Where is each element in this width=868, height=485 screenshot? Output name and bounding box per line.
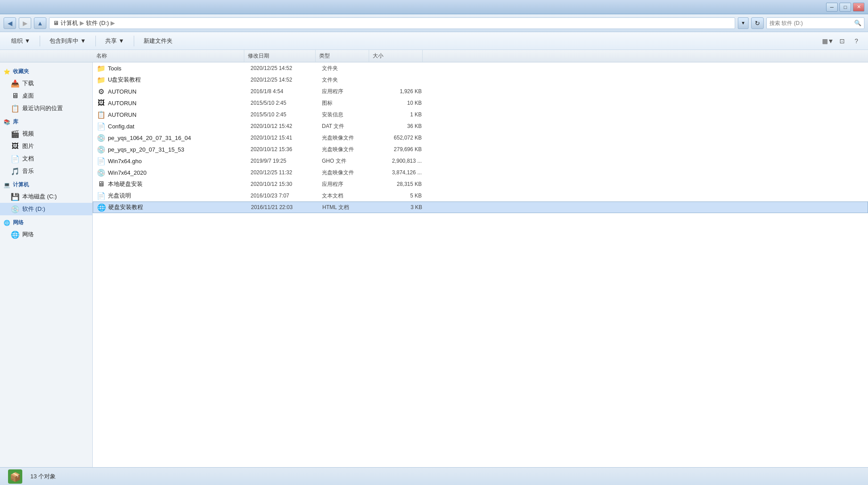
table-row[interactable]: 📄 Win7x64.gho 2019/9/7 19:25 GHO 文件 2,90…: [93, 155, 868, 167]
table-row[interactable]: 🖥 本地硬盘安装 2020/10/12 15:30 应用程序 28,315 KB: [93, 178, 868, 190]
close-button[interactable]: ✕: [853, 3, 864, 12]
sidebar-item-pictures[interactable]: 🖼 图片: [0, 140, 92, 152]
file-type-9: 光盘映像文件: [322, 169, 375, 177]
breadcrumb-computer[interactable]: 计算机: [61, 19, 78, 27]
help-button[interactable]: ?: [850, 35, 863, 47]
recent-label: 最近访问的位置: [22, 104, 63, 112]
file-size-4: 1 KB: [375, 111, 429, 118]
table-row[interactable]: 🌐 硬盘安装教程 2016/11/21 22:03 HTML 文档 3 KB: [93, 201, 868, 213]
up-button[interactable]: ▲: [34, 17, 46, 29]
main-container: ⭐ 收藏夹 📥 下载 🖥 桌面 📋 最近访问的位置 📚 库: [0, 62, 868, 467]
sidebar-item-recent[interactable]: 📋 最近访问的位置: [0, 102, 92, 115]
file-date-4: 2015/5/10 2:45: [251, 111, 322, 118]
file-icon-2: ⚙: [96, 86, 106, 96]
organize-label: 组织: [11, 37, 23, 45]
share-button[interactable]: 共享 ▼: [99, 34, 130, 48]
refresh-button[interactable]: ↻: [751, 17, 764, 29]
minimize-button[interactable]: ─: [826, 3, 838, 12]
search-icon[interactable]: 🔍: [854, 20, 861, 26]
sidebar-item-music[interactable]: 🎵 音乐: [0, 165, 92, 177]
table-row[interactable]: 📁 U盘安装教程 2020/12/25 14:52 文件夹: [93, 74, 868, 86]
sidebar-item-d-drive[interactable]: 💿 软件 (D:): [0, 203, 92, 215]
sidebar-item-documents[interactable]: 📄 文档: [0, 152, 92, 165]
table-row[interactable]: ⚙ AUTORUN 2016/1/8 4:54 应用程序 1,926 KB: [93, 86, 868, 97]
file-size-11: 5 KB: [375, 193, 429, 199]
file-icon-0: 📁: [96, 63, 106, 73]
file-name-11: 光盘说明: [108, 192, 251, 200]
file-icon-8: 📄: [96, 156, 106, 166]
breadcrumb-bar[interactable]: 🖥 计算机 ▶ 软件 (D:) ▶: [49, 17, 735, 29]
file-date-10: 2020/10/12 15:30: [251, 181, 322, 187]
maximize-button[interactable]: □: [839, 3, 851, 12]
library-label: 库: [13, 118, 18, 126]
preview-pane-button[interactable]: ⊡: [836, 35, 848, 47]
network-icon: 🌐: [11, 230, 20, 239]
breadcrumb-drive[interactable]: 软件 (D:): [86, 19, 109, 27]
archive-button[interactable]: 包含到库中 ▼: [44, 34, 92, 48]
computer-icon: 💻: [4, 182, 10, 188]
search-input[interactable]: [769, 20, 852, 26]
file-name-5: Config.dat: [108, 123, 251, 130]
breadcrumb-icon: 🖥: [53, 20, 59, 26]
sidebar-section-library: 📚 库 🎬 视频 🖼 图片 📄 文档 🎵 音乐: [0, 116, 92, 177]
toolbar-separator-3: [134, 36, 134, 46]
column-header-type[interactable]: 类型: [316, 50, 369, 62]
file-date-0: 2020/12/25 14:52: [251, 65, 322, 71]
table-row[interactable]: 📁 Tools 2020/12/25 14:52 文件夹: [93, 62, 868, 74]
file-size-12: 3 KB: [376, 204, 429, 210]
table-row[interactable]: 💿 Win7x64_2020 2020/12/25 11:32 光盘映像文件 3…: [93, 167, 868, 178]
column-header-name[interactable]: 名称: [93, 50, 244, 62]
sidebar-item-c-drive[interactable]: 💾 本地磁盘 (C:): [0, 190, 92, 203]
table-row[interactable]: 💿 pe_yqs_xp_20_07_31_15_53 2020/10/12 15…: [93, 144, 868, 155]
file-icon-6: 💿: [96, 133, 106, 143]
table-row[interactable]: 📄 Config.dat 2020/10/12 15:42 DAT 文件 36 …: [93, 120, 868, 132]
sidebar-item-video[interactable]: 🎬 视频: [0, 127, 92, 140]
svg-text:📦: 📦: [10, 472, 21, 482]
title-bar: ─ □ ✕: [0, 0, 868, 14]
file-size-2: 1,926 KB: [375, 88, 429, 95]
file-icon-1: 📁: [96, 75, 106, 85]
library-icon: 📚: [4, 119, 10, 125]
desktop-icon: 🖥: [11, 91, 20, 100]
file-size-7: 279,696 KB: [375, 146, 429, 152]
column-header-date[interactable]: 修改日期: [244, 50, 316, 62]
window-controls: ─ □ ✕: [826, 3, 864, 12]
file-date-12: 2016/11/21 22:03: [251, 204, 322, 210]
d-drive-label: 软件 (D:): [22, 205, 45, 213]
file-date-8: 2019/9/7 19:25: [251, 158, 322, 164]
table-row[interactable]: 📄 光盘说明 2016/10/23 7:07 文本文档 5 KB: [93, 190, 868, 201]
view-toggle-button[interactable]: ▦▼: [822, 35, 834, 47]
file-type-1: 文件夹: [322, 76, 375, 84]
file-icon-9: 💿: [96, 168, 106, 177]
organize-button[interactable]: 组织 ▼: [5, 34, 36, 48]
file-type-3: 图标: [322, 99, 375, 107]
sidebar-computer-header: 💻 计算机: [0, 179, 92, 190]
address-dropdown-button[interactable]: ▼: [738, 17, 749, 29]
forward-button[interactable]: ▶: [19, 17, 31, 29]
downloads-label: 下载: [22, 79, 34, 87]
file-size-10: 28,315 KB: [375, 181, 429, 187]
sidebar-item-network[interactable]: 🌐 网络: [0, 228, 92, 241]
sidebar-section-favorites: ⭐ 收藏夹 📥 下载 🖥 桌面 📋 最近访问的位置: [0, 66, 92, 115]
column-headers: 名称 修改日期 类型 大小: [0, 50, 868, 62]
file-name-7: pe_yqs_xp_20_07_31_15_53: [108, 146, 251, 153]
sidebar-item-desktop[interactable]: 🖥 桌面: [0, 90, 92, 102]
new-folder-button[interactable]: 新建文件夹: [138, 34, 178, 48]
documents-label: 文档: [22, 155, 34, 163]
documents-icon: 📄: [11, 154, 20, 163]
table-row[interactable]: 💿 pe_yqs_1064_20_07_31_16_04 2020/10/12 …: [93, 132, 868, 144]
file-icon-4: 📋: [96, 110, 106, 119]
table-row[interactable]: 🖼 AUTORUN 2015/5/10 2:45 图标 10 KB: [93, 97, 868, 109]
sidebar-item-downloads[interactable]: 📥 下载: [0, 77, 92, 90]
view-buttons: ▦▼ ⊡ ?: [822, 35, 863, 47]
file-icon-5: 📄: [96, 121, 106, 131]
table-row[interactable]: 📋 AUTORUN 2015/5/10 2:45 安装信息 1 KB: [93, 109, 868, 120]
new-folder-label: 新建文件夹: [144, 37, 173, 45]
file-type-8: GHO 文件: [322, 157, 375, 165]
file-size-9: 3,874,126 ...: [375, 169, 429, 176]
back-button[interactable]: ◀: [4, 17, 16, 29]
video-icon: 🎬: [11, 129, 20, 138]
file-type-4: 安装信息: [322, 111, 375, 119]
column-header-size[interactable]: 大小: [369, 50, 423, 62]
sidebar-network-header: 🌐 网络: [0, 217, 92, 228]
